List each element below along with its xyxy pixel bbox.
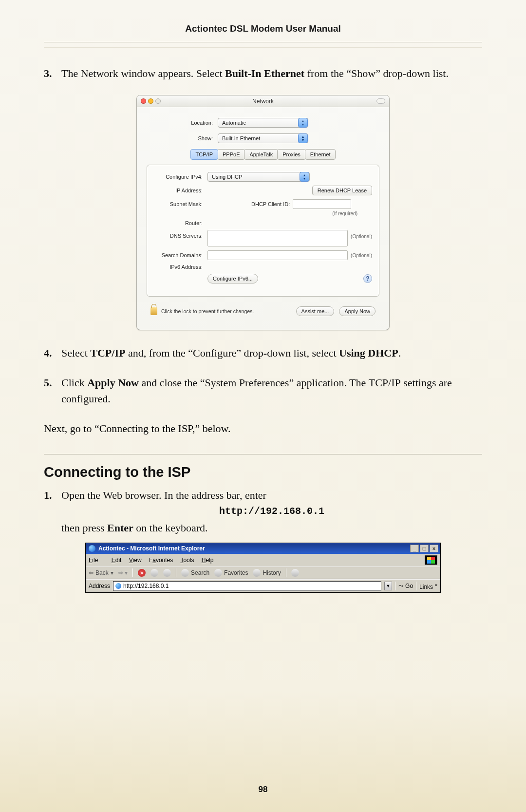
menu-view[interactable]: View bbox=[129, 557, 142, 564]
history-button[interactable]: History bbox=[253, 569, 281, 577]
configure-ipv4-select[interactable]: Using DHCP ▲▼ bbox=[207, 172, 310, 182]
window-title: Network bbox=[137, 98, 389, 105]
menu-edit[interactable]: Edit bbox=[112, 557, 122, 564]
menu-file[interactable]: File bbox=[89, 557, 104, 564]
network-preferences-window: Network Location: Automatic ▲▼ Show: Bui… bbox=[136, 95, 390, 330]
text: Click bbox=[61, 377, 87, 389]
renew-dhcp-lease-button[interactable]: Renew DHCP Lease bbox=[312, 186, 372, 195]
minimize-icon[interactable]: _ bbox=[410, 545, 419, 552]
favorites-icon bbox=[214, 569, 222, 577]
header-rule-shadow bbox=[44, 47, 482, 48]
step-body: Select TCP/IP and, from the “Configure” … bbox=[61, 345, 482, 361]
tab-bar: TCP/IP PPPoE AppleTalk Proxies Ethernet bbox=[145, 149, 381, 160]
ie-title-text: Actiontec - Microsoft Internet Explorer bbox=[98, 545, 205, 552]
refresh-icon[interactable] bbox=[150, 569, 158, 577]
lock-text: Click the lock to prevent further change… bbox=[161, 308, 254, 314]
ie-addressbar: Address http://192.168.0.1 ▼ ⤳ Go Links … bbox=[86, 579, 440, 592]
dhcp-client-id-input[interactable] bbox=[293, 199, 351, 209]
page-icon bbox=[115, 583, 121, 589]
help-icon[interactable]: ? bbox=[363, 274, 372, 283]
lock-icon[interactable] bbox=[150, 307, 157, 315]
show-select[interactable]: Built-in Ethernet ▲▼ bbox=[218, 133, 308, 143]
bold: Using DHCP bbox=[339, 347, 398, 359]
search-domains-label: Search Domains: bbox=[154, 252, 207, 258]
address-dropdown-icon[interactable]: ▼ bbox=[384, 582, 392, 590]
bold: TCP/IP bbox=[90, 347, 125, 359]
ie-titlebar[interactable]: Actiontec - Microsoft Internet Explorer … bbox=[86, 543, 440, 554]
back-button[interactable]: ⇦ Back ▾ bbox=[89, 569, 113, 576]
step-body: The Network window appears. Select Built… bbox=[61, 65, 482, 81]
links-button[interactable]: Links » bbox=[419, 582, 437, 590]
menu-favorites[interactable]: Favorites bbox=[149, 557, 173, 564]
step-3: 3. The Network window appears. Select Bu… bbox=[44, 65, 482, 81]
section-heading: Connecting to the ISP bbox=[44, 464, 482, 480]
select-value: Built-in Ethernet bbox=[222, 135, 260, 141]
print-icon[interactable] bbox=[291, 569, 299, 577]
router-label: Router: bbox=[154, 220, 207, 226]
ie-menubar[interactable]: File Edit View Favorites Tools Help bbox=[86, 554, 440, 567]
stop-icon[interactable]: ✕ bbox=[138, 569, 146, 577]
tab-proxies[interactable]: Proxies bbox=[277, 149, 306, 160]
select-arrows-icon: ▲▼ bbox=[300, 172, 309, 182]
dns-servers-input[interactable] bbox=[207, 230, 348, 246]
maximize-icon[interactable]: □ bbox=[420, 545, 429, 552]
home-icon[interactable] bbox=[163, 569, 171, 577]
bold: Enter bbox=[107, 522, 133, 534]
toolbar-pill-icon[interactable] bbox=[376, 98, 385, 104]
text: on the keyboard. bbox=[133, 522, 208, 534]
internet-explorer-window: Actiontec - Microsoft Internet Explorer … bbox=[85, 543, 441, 593]
optional-note: (Optional) bbox=[351, 253, 372, 258]
text: Open the Web browser. In the address bar… bbox=[61, 487, 482, 503]
tab-pppoe[interactable]: PPPoE bbox=[217, 149, 245, 160]
show-label: Show: bbox=[145, 135, 218, 141]
if-required-note: (If required) bbox=[332, 211, 357, 216]
apply-now-button[interactable]: Apply Now bbox=[339, 306, 376, 316]
window-footer: Click the lock to prevent further change… bbox=[145, 303, 381, 322]
subnet-mask-label: Subnet Mask: bbox=[154, 201, 207, 207]
text: The Network window appears. Select bbox=[61, 67, 225, 79]
select-value: Using DHCP bbox=[212, 174, 242, 180]
step-number: 4. bbox=[44, 345, 61, 361]
tab-tcpip[interactable]: TCP/IP bbox=[190, 149, 218, 160]
step-number: 3. bbox=[44, 65, 61, 81]
address-input[interactable]: http://192.168.0.1 bbox=[113, 581, 381, 591]
search-button[interactable]: Search bbox=[181, 569, 209, 577]
optional-note: (Optional) bbox=[351, 230, 372, 239]
tab-ethernet[interactable]: Ethernet bbox=[305, 149, 336, 160]
menu-help[interactable]: Help bbox=[202, 557, 214, 564]
ie-logo-icon bbox=[89, 545, 95, 552]
text: and, from the “Configure” drop-down list… bbox=[125, 347, 339, 359]
text: and close the “System Preferences” appli… bbox=[139, 377, 369, 389]
forward-button[interactable]: ⇨ ▾ bbox=[118, 569, 128, 576]
dhcp-client-id-label: DHCP Client ID: bbox=[251, 201, 290, 207]
window-body: Location: Automatic ▲▼ Show: Built-in Et… bbox=[137, 107, 389, 330]
step-number: 5. bbox=[44, 375, 61, 407]
ie-toolbar: ⇦ Back ▾ ⇨ ▾ ✕ Search Favorites History bbox=[86, 567, 440, 579]
search-domains-input[interactable] bbox=[207, 250, 348, 260]
step-number: 1. bbox=[44, 487, 61, 536]
tcpip-panel: Configure IPv4: Using DHCP ▲▼ IP Address… bbox=[147, 165, 379, 297]
isp-step-1: 1. Open the Web browser. In the address … bbox=[44, 487, 482, 536]
location-label: Location: bbox=[145, 120, 218, 126]
menu-tools[interactable]: Tools bbox=[180, 557, 194, 564]
address-value: http://192.168.0.1 bbox=[123, 583, 169, 589]
location-select[interactable]: Automatic ▲▼ bbox=[218, 118, 308, 128]
favorites-button[interactable]: Favorites bbox=[214, 569, 248, 577]
assist-me-button[interactable]: Assist me... bbox=[296, 306, 335, 316]
configure-ipv6-button[interactable]: Configure IPv6... bbox=[207, 274, 258, 283]
step-body: Click Apply Now and close the “System Pr… bbox=[61, 375, 482, 407]
text: then press bbox=[61, 522, 107, 534]
configure-ipv4-label: Configure IPv4: bbox=[154, 174, 207, 180]
step-5: 5. Click Apply Now and close the “System… bbox=[44, 375, 482, 407]
separator bbox=[395, 582, 395, 590]
bold: Built-In Ethernet bbox=[225, 67, 304, 79]
titlebar[interactable]: Network bbox=[137, 95, 389, 107]
text: Select bbox=[61, 347, 90, 359]
go-button[interactable]: ⤳ Go bbox=[398, 583, 413, 589]
close-icon[interactable]: × bbox=[430, 545, 438, 552]
ip-address-label: IP Address: bbox=[154, 188, 207, 193]
select-value: Automatic bbox=[222, 120, 246, 126]
tab-appletalk[interactable]: AppleTalk bbox=[244, 149, 278, 160]
ipv6-address-label: IPv6 Address: bbox=[154, 264, 207, 270]
document-header: Actiontec DSL Modem User Manual bbox=[44, 23, 482, 42]
